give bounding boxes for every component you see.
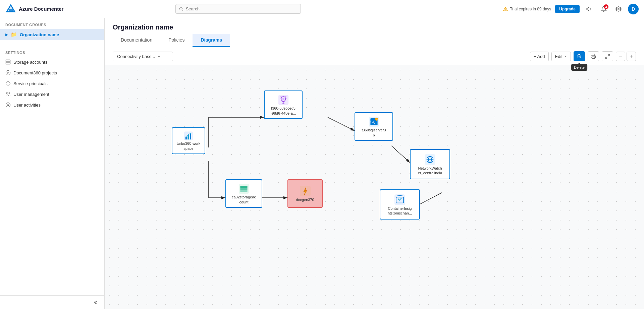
add-button[interactable]: + Add (530, 52, 549, 61)
sidebar-item-storage[interactable]: Storage accounts (0, 57, 104, 67)
svg-point-29 (188, 134, 189, 135)
search-input[interactable] (186, 6, 298, 11)
document-groups-label: DOCUMENT GROUPS (0, 18, 104, 29)
diagram-canvas[interactable]: turbo360-workspace t360-68ecced3-98d6-44… (105, 65, 644, 309)
print-button[interactable] (588, 51, 599, 61)
svg-rect-27 (190, 134, 191, 139)
nav-right: Trial expires in 89 days Upgrade 2 D (503, 4, 639, 14)
diagram-toolbar: Connectivity base... + Add Edit (105, 47, 644, 65)
sidebar-item-user-activities[interactable]: User activities (0, 100, 104, 110)
svg-rect-52 (240, 186, 247, 188)
delete-button[interactable] (574, 51, 585, 61)
svg-text:⚙: ⚙ (375, 118, 377, 121)
svg-rect-2 (9, 9, 13, 12)
sql-icon: SQL ⚙ (368, 116, 380, 128)
notifications-button[interactable]: 2 (598, 4, 609, 14)
sidebar-item-service-principals[interactable]: Service principals (0, 78, 104, 89)
sidebar-item-document360[interactable]: Document360 projects (0, 67, 104, 78)
svg-rect-25 (185, 137, 187, 139)
delete-tooltip: Delete (571, 64, 587, 71)
logo-area: Azure Documenter (5, 4, 72, 14)
sidebar-item-user-management[interactable]: User management (0, 89, 104, 100)
svg-point-8 (618, 8, 620, 10)
tab-diagrams[interactable]: Diagrams (193, 34, 230, 47)
node-ca32storage[interactable]: ca32storageaccount (225, 179, 262, 208)
node-networkwatcher-label: NetworkWatcher_centralindia (418, 166, 442, 176)
zoom-in-button[interactable]: + (627, 52, 636, 61)
gear-icon (615, 6, 622, 12)
print-icon (591, 54, 596, 59)
svg-rect-11 (6, 63, 10, 64)
node-turbo360-label: turbo360-workspace (177, 141, 200, 151)
service-principals-label: Service principals (13, 81, 48, 86)
activity-icon (5, 102, 11, 108)
tab-documentation[interactable]: Documentation (113, 34, 160, 47)
svg-rect-54 (240, 190, 247, 192)
user-management-label: User management (13, 92, 49, 97)
sidebar: DOCUMENT GROUPS ▶ 📁 Organization name SE… (0, 18, 105, 309)
delete-button-wrapper: Delete (574, 51, 585, 61)
svg-rect-10 (6, 61, 10, 63)
node-t360-label: t360-68ecced3-98d6-448e-a... (271, 106, 296, 116)
sidebar-collapse-button[interactable] (0, 295, 104, 309)
user-activities-label: User activities (13, 103, 41, 108)
announcements-button[interactable] (584, 4, 594, 14)
tabs-container: Documentation Policies Diagrams (105, 34, 644, 47)
svg-line-22 (605, 57, 607, 58)
document360-icon (5, 70, 11, 75)
zoom-controls: − + (616, 52, 636, 61)
node-sqlserver[interactable]: SQL ⚙ t360sqlserver36 (355, 112, 393, 141)
search-icon (179, 7, 183, 11)
sidebar-org-label: Organization name (20, 32, 59, 37)
main-layout: DOCUMENT GROUPS ▶ 📁 Organization name SE… (0, 18, 644, 309)
node-containerinsights[interactable]: ContainerInsights(omschan... (380, 189, 420, 220)
globe-icon (424, 153, 436, 166)
sidebar-divider (0, 43, 104, 43)
edit-button[interactable]: Edit (551, 52, 571, 61)
svg-point-30 (190, 133, 191, 134)
svg-rect-53 (240, 188, 247, 190)
upgrade-button[interactable]: Upgrade (555, 5, 580, 13)
bulb-icon (277, 94, 290, 106)
node-docgen370-label: docgen370 (296, 197, 314, 202)
tab-policies[interactable]: Policies (160, 34, 193, 47)
settings-section-label: SETTINGS (0, 46, 104, 57)
svg-marker-16 (6, 81, 10, 85)
content-area: Organization name Documentation Policies… (105, 18, 644, 309)
avatar-button[interactable]: D (628, 4, 639, 14)
container-icon (393, 193, 406, 206)
svg-point-28 (185, 136, 186, 137)
megaphone-icon (586, 6, 592, 12)
users-icon (5, 91, 11, 97)
settings-button[interactable] (613, 4, 624, 14)
node-turbo360[interactable]: turbo360-workspace (172, 127, 205, 154)
page-title: Organization name (105, 18, 644, 31)
fullscreen-button[interactable] (602, 51, 613, 61)
zoom-out-button[interactable]: − (616, 52, 625, 61)
node-t360[interactable]: t360-68ecced3-98d6-448e-a... (264, 90, 303, 119)
chevron-right-icon: ▶ (5, 33, 8, 37)
edit-chevron-icon (564, 55, 567, 58)
diamond-icon (5, 81, 11, 86)
app-logo (5, 4, 16, 14)
storage-accounts-label: Storage accounts (13, 60, 47, 65)
svg-point-7 (505, 10, 506, 10)
diagram-type-dropdown[interactable]: Connectivity base... (113, 52, 173, 61)
storage-icon (5, 59, 11, 65)
chart-icon (182, 131, 195, 141)
node-docgen370[interactable]: docgen370 (287, 179, 323, 208)
svg-line-4 (182, 10, 183, 11)
svg-point-39 (282, 98, 284, 100)
node-containerinsights-label: ContainerInsights(omschan... (388, 206, 412, 216)
svg-rect-26 (187, 135, 189, 139)
node-ca32storage-label: ca32storageaccount (232, 195, 256, 204)
trash-icon (577, 54, 582, 59)
storage-node-icon (237, 183, 250, 195)
app-title: Azure Documenter (19, 6, 63, 12)
toolbar-right: + Add Edit (530, 51, 636, 61)
node-networkwatcher[interactable]: NetworkWatcher_centralindia (410, 149, 450, 179)
node-sqlserver-label: t360sqlserver36 (362, 128, 386, 137)
folder-icon: 📁 (11, 32, 17, 38)
search-bar[interactable] (175, 4, 301, 14)
sidebar-item-org[interactable]: ▶ 📁 Organization name (0, 29, 104, 40)
